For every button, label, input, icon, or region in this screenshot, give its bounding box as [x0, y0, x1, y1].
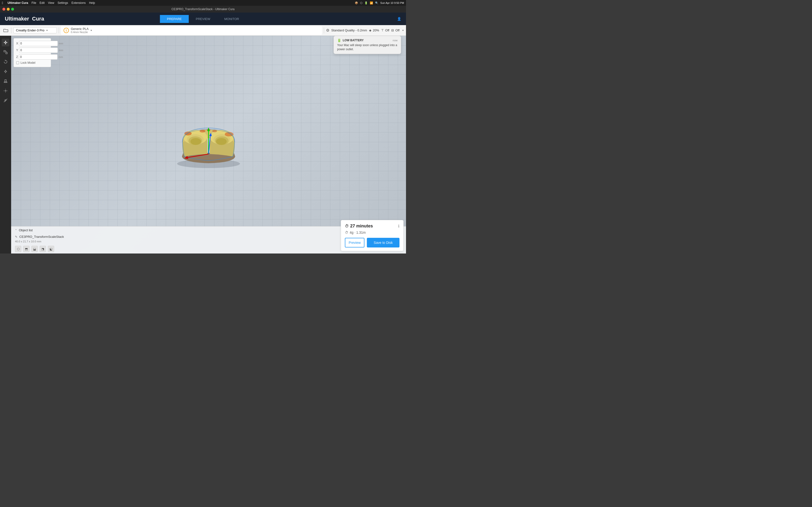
notification-body: Your Mac will sleep soon unless plugged … [337, 43, 398, 51]
header-right-icons: 👤 [397, 17, 401, 21]
toolbar-expand-icon[interactable]: ▾ [402, 29, 404, 32]
support-value: Off [385, 29, 389, 32]
print-material-row: ⏱ 4g · 1.31m [345, 231, 400, 234]
print-duration: 27 minutes [350, 224, 373, 229]
tool-rotate[interactable] [2, 58, 9, 66]
svg-point-4 [5, 90, 6, 92]
traffic-lights [2, 8, 14, 11]
maximize-button[interactable] [11, 8, 14, 11]
menubar-right: 📦 ⬡ 🔋 📶 🔍 Sun Apr 10 9:50 PM [355, 1, 404, 5]
menu-view[interactable]: View [48, 1, 54, 5]
wifi-icon: 📶 [370, 1, 373, 5]
3d-model [170, 115, 247, 169]
y-unit: mm [59, 49, 63, 52]
print-info-panel: ⏱ 27 minutes ℹ ⏱ 4g · 1.31m Preview Save… [341, 220, 404, 251]
tool-front-view[interactable]: ⬓ [32, 246, 38, 252]
menu-extensions[interactable]: Extensions [71, 1, 86, 5]
battery-warning-icon: 🔋 [337, 38, 341, 42]
low-battery-notification: 🔋 LOW BATTERY now Your Mac will sleep so… [334, 36, 401, 54]
tool-scale[interactable] [2, 48, 9, 56]
adhesion-icon: ⊟ [391, 29, 394, 32]
transform-panel: X mm Y mm Z mm Lock Model [13, 38, 51, 67]
printer-selector[interactable]: Creality Ender-3 Pro ▾ [13, 27, 57, 33]
x-unit: mm [59, 42, 63, 45]
print-time: ⏱ 27 minutes [345, 224, 373, 229]
app-menu-name[interactable]: Ultimaker Cura [7, 1, 28, 5]
z-unit: mm [58, 56, 63, 58]
preview-button[interactable]: Preview [345, 238, 364, 247]
lock-model-label: Lock Model [20, 61, 35, 64]
x-input[interactable] [19, 41, 58, 46]
support-section: ⊤ Off [381, 29, 389, 32]
toolbar-divider-2 [59, 27, 59, 33]
minimize-button[interactable] [7, 8, 10, 11]
logo-bold: Cura [32, 16, 44, 22]
account-icon: 👤 [397, 17, 401, 21]
infill-section: ◈ 20% [369, 29, 379, 32]
save-to-disk-button[interactable]: Save to Disk [367, 238, 400, 247]
transform-y-row: Y mm [16, 48, 48, 53]
model-svg [170, 115, 247, 169]
menu-file[interactable]: File [32, 1, 36, 5]
y-input[interactable] [19, 48, 58, 53]
object-list-title: Object list [19, 228, 33, 232]
z-input[interactable] [19, 54, 57, 60]
main-content: X mm Y mm Z mm Lock Model [0, 36, 406, 253]
tool-mirror[interactable] [2, 68, 9, 75]
menu-help[interactable]: Help [89, 1, 95, 5]
viewport[interactable]: X mm Y mm Z mm Lock Model [11, 36, 406, 253]
tool-top-view[interactable]: ⬒ [23, 246, 30, 252]
menubar-time: Sun Apr 10 9:50 PM [380, 1, 404, 4]
lock-model-row: Lock Model [16, 61, 48, 64]
svg-point-13 [216, 138, 227, 145]
menu-edit[interactable]: Edit [40, 1, 45, 5]
window-title: CE3PRO_TransformScaleStack - Ultimaker C… [171, 7, 235, 11]
material-selector[interactable]: 1 Generic PLA 0.4mm Nozzle ▾ [61, 26, 322, 35]
notification-header: 🔋 LOW BATTERY now [337, 38, 398, 42]
tab-prepare[interactable]: PREPARE [160, 15, 189, 23]
open-folder-button[interactable] [2, 27, 9, 34]
svg-rect-0 [4, 50, 5, 52]
support-icon: ⊤ [381, 29, 384, 32]
adhesion-section: ⊟ Off [391, 29, 400, 32]
infill-icon: ◈ [369, 29, 371, 32]
x-label: X [16, 42, 18, 45]
tool-3d-view[interactable]: ⬡ [15, 246, 21, 252]
svg-rect-3 [5, 80, 6, 82]
info-icon[interactable]: ℹ [398, 224, 400, 228]
material-usage: 4g · 1.31m [350, 231, 366, 234]
print-time-row: ⏱ 27 minutes ℹ [345, 224, 400, 229]
toolbar: Creality Ender-3 Pro ▾ 1 Generic PLA 0.4… [0, 25, 406, 36]
close-button[interactable] [2, 8, 5, 11]
tool-support[interactable] [2, 77, 9, 85]
print-buttons: Preview Save to Disk [345, 238, 400, 247]
transform-x-row: X mm [16, 41, 48, 46]
app-logo: Ultimaker Cura [5, 16, 44, 22]
menubar:  Ultimaker Cura File Edit View Settings… [0, 0, 406, 6]
edit-icon[interactable]: ✎ [15, 235, 17, 238]
tab-preview[interactable]: PREVIEW [189, 15, 217, 23]
toolbar-divider-3 [324, 27, 324, 33]
quality-selector[interactable]: ⚙ Standard Quality - 0.2mm [326, 28, 367, 33]
material-icon: 1 [63, 28, 69, 33]
tool-right-view[interactable]: ⬕ [48, 246, 54, 252]
left-sidebar [0, 36, 11, 253]
z-label: Z [16, 55, 18, 59]
tool-left-view[interactable]: ⬔ [40, 246, 46, 252]
tool-slice[interactable] [2, 97, 9, 104]
notification-time: now [393, 39, 398, 42]
transform-z-row: Z mm [16, 54, 48, 60]
apple-menu[interactable]:  [2, 1, 3, 5]
tool-move[interactable] [2, 39, 9, 46]
printer-chevron-icon: ▾ [46, 29, 48, 32]
svg-point-10 [191, 138, 201, 145]
menu-settings[interactable]: Settings [57, 1, 68, 5]
tab-monitor[interactable]: MONITOR [217, 15, 246, 23]
notification-title: LOW BATTERY [343, 39, 364, 42]
y-label: Y [16, 49, 18, 52]
battery-icon: 🔋 [364, 1, 368, 5]
lock-model-checkbox[interactable] [16, 61, 19, 64]
search-icon[interactable]: 🔍 [375, 1, 378, 5]
quality-icon: ⚙ [326, 28, 329, 33]
tool-settings[interactable] [2, 87, 9, 95]
